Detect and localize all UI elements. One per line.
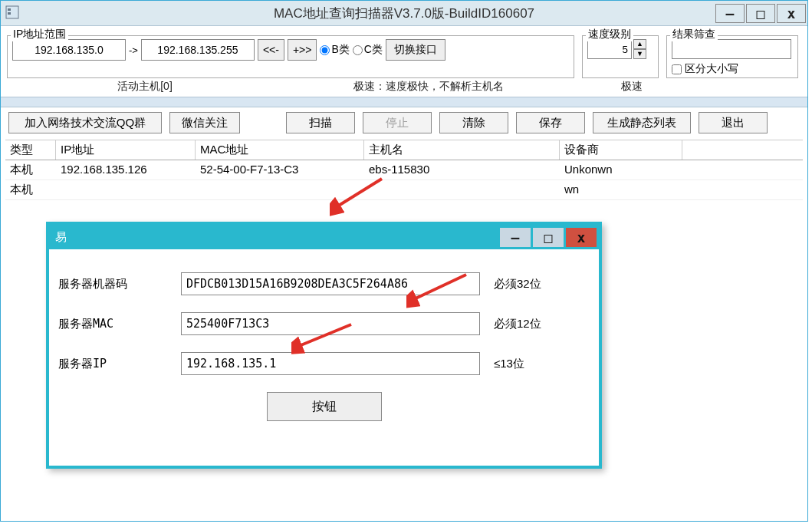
window-title: MAC地址查询扫描器V3.7.0版-BuildID160607 [274, 5, 534, 22]
machine-code-hint: 必须32位 [494, 277, 578, 291]
dialog-close-button[interactable]: x [566, 228, 597, 247]
col-type[interactable]: 类型 [5, 140, 56, 160]
server-ip-hint: ≤13位 [494, 357, 578, 371]
dialog-maximize-button[interactable]: □ [533, 228, 564, 247]
maximize-button[interactable]: □ [746, 4, 775, 23]
col-ip[interactable]: IP地址 [56, 140, 196, 160]
switch-interface-button[interactable]: 切换接口 [386, 39, 445, 61]
exit-button[interactable]: 退出 [699, 112, 768, 133]
status-hosts: 活动主机[0] [7, 80, 283, 94]
server-mac-hint: 必须12位 [494, 317, 578, 331]
dialog-window: 易 — □ x 服务器机器码 必须32位 服务器MAC 必须12位 服务器IP … [46, 222, 602, 469]
ip-end-input[interactable] [141, 39, 255, 61]
stop-button[interactable]: 停止 [363, 112, 432, 133]
filter-input[interactable] [672, 39, 791, 59]
table-row[interactable]: 本机 wn [5, 180, 803, 200]
dialog-submit-button[interactable]: 按钮 [267, 392, 382, 421]
separator [1, 97, 807, 107]
server-mac-label: 服务器MAC [58, 317, 181, 331]
speed-up-button[interactable]: ▲ [633, 39, 646, 49]
status-speed-short: 极速 [574, 80, 689, 94]
result-table: 类型 IP地址 MAC地址 主机名 设备商 本机 192.168.135.126… [5, 140, 803, 200]
wechat-button[interactable]: 微信关注 [169, 112, 240, 133]
arrow-label: -> [129, 44, 138, 56]
speed-label: 速度级别 [586, 28, 633, 41]
filter-label: 结果筛查 [670, 28, 718, 41]
ip-dec-button[interactable]: <<- [258, 39, 284, 61]
machine-code-input[interactable] [181, 272, 480, 295]
scan-button[interactable]: 扫描 [286, 112, 355, 133]
svg-rect-1 [8, 8, 11, 11]
close-button[interactable]: x [777, 4, 806, 23]
case-sensitive-checkbox[interactable]: 区分大小写 [672, 62, 793, 76]
col-mac[interactable]: MAC地址 [196, 140, 364, 160]
gen-static-button[interactable]: 生成静态列表 [593, 112, 691, 133]
dialog-minimize-button[interactable]: — [500, 228, 531, 247]
table-row[interactable]: 本机 192.168.135.126 52-54-00-F7-13-C3 ebs… [5, 160, 803, 180]
machine-code-label: 服务器机器码 [58, 277, 181, 291]
svg-rect-2 [8, 12, 11, 15]
server-ip-label: 服务器IP [58, 357, 181, 371]
minimize-button[interactable]: — [715, 4, 745, 23]
join-qq-button[interactable]: 加入网络技术交流QQ群 [8, 112, 162, 133]
clear-button[interactable]: 清除 [439, 112, 508, 133]
iprange-label: IP地址范围 [11, 28, 68, 41]
dialog-title: 易 [55, 230, 67, 245]
server-ip-input[interactable] [181, 352, 480, 375]
main-titlebar: MAC地址查询扫描器V3.7.0版-BuildID160607 — □ x [1, 1, 807, 26]
speed-input[interactable] [587, 39, 632, 59]
speed-down-button[interactable]: ▼ [633, 49, 646, 59]
ip-inc-button[interactable]: +>> [288, 39, 317, 61]
class-b-radio[interactable]: B类 [320, 43, 349, 57]
col-host[interactable]: 主机名 [364, 140, 560, 160]
save-button[interactable]: 保存 [516, 112, 585, 133]
status-speed-desc: 极速：速度极快，不解析主机名 [283, 80, 574, 94]
col-vendor[interactable]: 设备商 [560, 140, 682, 160]
server-mac-input[interactable] [181, 312, 480, 335]
ip-start-input[interactable] [12, 39, 126, 61]
class-c-radio[interactable]: C类 [353, 43, 383, 57]
app-icon [5, 5, 21, 21]
dialog-titlebar: 易 — □ x [49, 225, 599, 249]
